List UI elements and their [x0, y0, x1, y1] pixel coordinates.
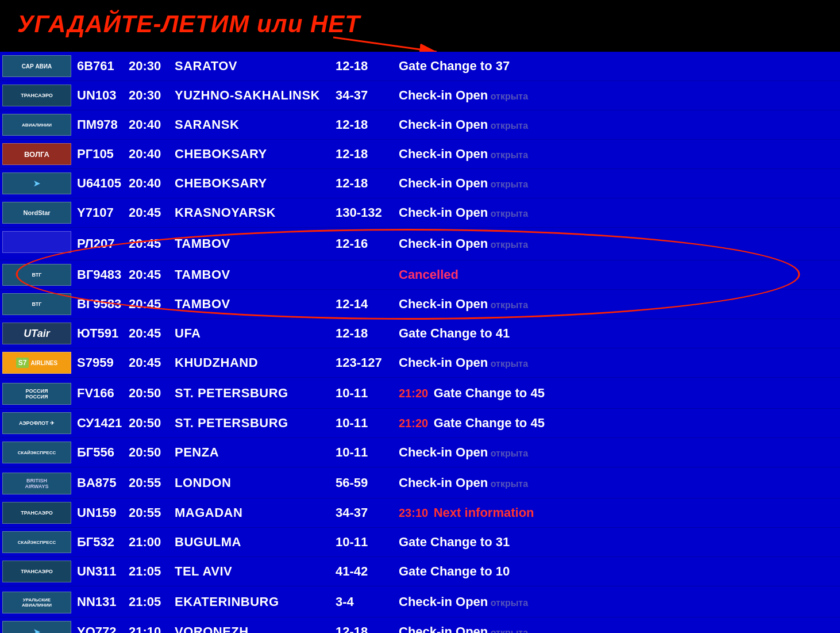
flight-time: 20:45: [126, 198, 172, 228]
flight-destination: LONDON: [172, 467, 333, 498]
checkin-desk: 56-59: [333, 467, 396, 498]
checkin-desk: 10-11: [333, 378, 396, 409]
flight-number: S7959: [75, 348, 126, 378]
checkin-desk: 10-11: [333, 438, 396, 467]
flight-time: 20:40: [126, 110, 172, 140]
flight-number: 6В761: [75, 52, 126, 81]
checkin-desk: 12-18: [333, 110, 396, 140]
flight-time: 20:55: [126, 498, 172, 528]
status-text: Check-in Open: [399, 594, 488, 609]
flight-destination: KRASNOYARSK: [172, 198, 333, 228]
flight-time: 20:45: [126, 260, 172, 290]
flight-number: БГ556: [75, 438, 126, 467]
flight-number: ПМ978: [75, 110, 126, 140]
flight-status: Check-in Open открыта: [396, 586, 840, 617]
flight-number: FV166: [75, 378, 126, 409]
airline-logo: САР АВИА: [2, 55, 71, 77]
flight-status: Check-in Open открыта: [396, 110, 840, 140]
airline-logo-cell: ТРАНСАЭРО: [0, 498, 75, 528]
airline-logo-cell: NordStar: [0, 198, 75, 228]
airline-logo: ВТГ: [2, 264, 71, 286]
flight-destination: BUGULMA: [172, 528, 333, 557]
table-row: РЛ20720:45TAMBOV12-16Check-in Open откры…: [0, 228, 840, 260]
table-row: ТРАНСАЭРОUN15920:55MAGADAN34-3723:10 Nex…: [0, 498, 840, 528]
flight-time: 20:30: [126, 52, 172, 81]
table-row: РОССИЯРОССИЯFV16620:50ST. PETERSBURG10-1…: [0, 378, 840, 409]
flight-status: Check-in Open открыта: [396, 438, 840, 467]
svg-line-1: [333, 37, 437, 52]
flight-number: UN311: [75, 557, 126, 586]
flight-board: САР АВИА6В76120:30SARATOV12-18Gate Chang…: [0, 52, 840, 633]
faded-russian: открыта: [488, 240, 528, 250]
table-row: S7 AIRLINESS795920:45KHUDZHAND123-127Che…: [0, 348, 840, 378]
flights-table: САР АВИА6В76120:30SARATOV12-18Gate Chang…: [0, 52, 840, 633]
flight-time: 20:45: [126, 319, 172, 348]
airline-logo-cell: BRITISHAIRWAYS: [0, 467, 75, 498]
table-row: UTairЮТ59120:45UFA12-18Gate Change to 41: [0, 319, 840, 348]
checkin-desk: 123-127: [333, 348, 396, 378]
flight-time: 20:45: [126, 228, 172, 260]
flight-time: 20:40: [126, 169, 172, 198]
table-row: ТРАНСАЭРОUN31121:05TEL AVIV41-42Gate Cha…: [0, 557, 840, 586]
airline-logo: ВОЛГА: [2, 143, 71, 165]
flight-number: СУ1421: [75, 409, 126, 438]
flight-number: БГ532: [75, 528, 126, 557]
airline-logo-cell: S7 AIRLINES: [0, 348, 75, 378]
status-text: Check-in Open: [399, 147, 488, 161]
flight-number: ВГ9483: [75, 260, 126, 290]
table-row: АЭРОФЛОТ ✈СУ142120:50ST. PETERSBURG10-11…: [0, 409, 840, 438]
airline-logo-cell: [0, 228, 75, 260]
airline-logo-cell: УРАЛЬСКИЕАВИАЛИНИИ: [0, 586, 75, 617]
flight-destination: PENZA: [172, 438, 333, 467]
table-row: BRITISHAIRWAYSBA87520:55LONDON56-59Check…: [0, 467, 840, 498]
flight-status: 23:10 Next information: [396, 498, 840, 528]
status-text: Check-in Open: [399, 205, 488, 220]
airline-logo-cell: ТРАНСАЭРО: [0, 81, 75, 110]
checkin-desk: 12-18: [333, 52, 396, 81]
faded-russian: открыта: [488, 91, 528, 101]
status-text: Gate Change to 45: [434, 416, 545, 430]
faded-russian: открыта: [488, 598, 528, 608]
table-row: ВТГВГ958320:45TAMBOV12-14Check-in Open о…: [0, 290, 840, 319]
faded-russian: открыта: [488, 448, 528, 458]
flight-status: Check-in Open открыта: [396, 290, 840, 319]
flight-status: Check-in Open открыта: [396, 617, 840, 634]
flight-number: РЛ207: [75, 228, 126, 260]
status-text: Next information: [434, 505, 534, 520]
checkin-desk: 12-18: [333, 617, 396, 634]
table-row: NordStarY710720:45KRASNOYARSK130-132Chec…: [0, 198, 840, 228]
airline-logo-cell: АВИАЛИНИИ: [0, 110, 75, 140]
checkin-desk: [333, 260, 396, 290]
flight-time: 20:50: [126, 378, 172, 409]
new-time: 21:20: [399, 417, 431, 429]
airline-logo: РОССИЯРОССИЯ: [2, 383, 71, 405]
airline-logo-cell: ТРАНСАЭРО: [0, 557, 75, 586]
flight-status: Cancelled: [396, 260, 840, 290]
flight-destination: UFA: [172, 319, 333, 348]
status-text: Check-in Open: [399, 624, 488, 633]
airline-logo: NordStar: [2, 202, 71, 224]
checkin-desk: 34-37: [333, 498, 396, 528]
flight-destination: KHUDZHAND: [172, 348, 333, 378]
table-row: ВОЛГАРГ10520:40CHEBOKSARY12-18Check-in O…: [0, 140, 840, 169]
airline-logo: S7 AIRLINES: [2, 352, 71, 374]
flight-status: Gate Change to 31: [396, 528, 840, 557]
checkin-desk: 12-14: [333, 290, 396, 319]
flight-status: Check-in Open открыта: [396, 198, 840, 228]
flight-status: Gate Change to 10: [396, 557, 840, 586]
airline-logo-cell: ВТГ: [0, 260, 75, 290]
airline-logo-cell: АЭРОФЛОТ ✈: [0, 409, 75, 438]
flight-number: UN159: [75, 498, 126, 528]
table-row: ➤U6410520:40CHEBOKSARY12-18Check-in Open…: [0, 169, 840, 198]
checkin-desk: 130-132: [333, 198, 396, 228]
checkin-desk: 12-16: [333, 228, 396, 260]
status-text: Gate Change to 31: [399, 535, 510, 549]
flight-number: UN103: [75, 81, 126, 110]
airline-logo: АЭРОФЛОТ ✈: [2, 412, 71, 434]
airline-logo-cell: UTair: [0, 319, 75, 348]
airline-logo-cell: ➤: [0, 617, 75, 634]
status-text: Gate Change to 37: [399, 59, 510, 73]
flight-destination: VORONEZH: [172, 617, 333, 634]
airline-logo: UTair: [2, 323, 71, 344]
flight-time: 20:50: [126, 409, 172, 438]
